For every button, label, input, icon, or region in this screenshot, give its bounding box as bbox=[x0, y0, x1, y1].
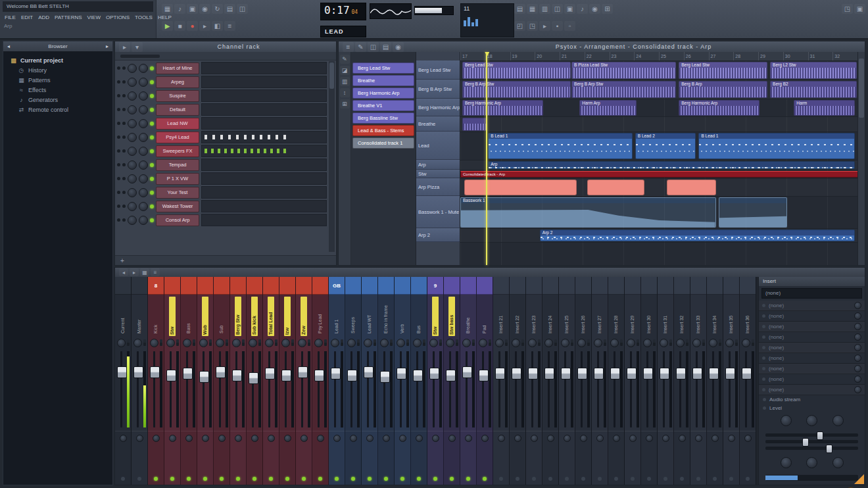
ruler-mark[interactable]: 32 bbox=[832, 52, 857, 61]
mixer-strip-insert-32[interactable]: Insert 32 bbox=[674, 277, 690, 485]
channel-led[interactable] bbox=[122, 66, 126, 70]
track-lane[interactable]: B Lead 1B Lead 2B Lead 1 bbox=[460, 132, 857, 160]
channel-button-heart-of-mine[interactable]: Heart of Mine bbox=[156, 62, 199, 74]
metronome-icon[interactable]: ▣ bbox=[187, 4, 198, 14]
channel-led[interactable] bbox=[117, 149, 120, 153]
slot-mix-knob[interactable] bbox=[854, 333, 861, 341]
ruler-mark[interactable]: 17 bbox=[460, 52, 485, 61]
channel-enable-light[interactable] bbox=[150, 80, 154, 84]
track-lane[interactable] bbox=[460, 179, 857, 197]
mixer-strip-insert-29[interactable]: Insert 29 bbox=[625, 277, 641, 485]
strip-fader[interactable] bbox=[230, 348, 246, 431]
mixer-strip-current[interactable]: Current bbox=[115, 277, 132, 485]
strip-stereo-knob[interactable] bbox=[564, 435, 571, 442]
channel-step-area[interactable] bbox=[201, 200, 327, 212]
strip-fader[interactable] bbox=[132, 348, 147, 431]
mixer-strip-insert-28[interactable]: Insert 28 bbox=[608, 277, 625, 485]
channel-enable-light[interactable] bbox=[150, 66, 154, 70]
clip-berg-b2[interactable]: Berg B2 bbox=[770, 81, 857, 98]
strip-enable-led[interactable] bbox=[663, 477, 667, 481]
strip-stereo-knob[interactable] bbox=[416, 435, 423, 442]
strip-stereo-knob[interactable] bbox=[646, 435, 653, 442]
strip-enable-led[interactable] bbox=[121, 477, 125, 481]
fader-cap[interactable] bbox=[528, 368, 538, 379]
pattern-selector[interactable]: LEAD bbox=[320, 26, 366, 37]
fader-cap[interactable] bbox=[479, 370, 489, 381]
mixer-strip-bass[interactable]: Bass bbox=[181, 277, 197, 485]
strip-stereo-knob[interactable] bbox=[350, 435, 357, 442]
paint-tool-icon[interactable]: ◫ bbox=[368, 42, 379, 52]
fader-cap[interactable] bbox=[594, 368, 604, 379]
fader-cap[interactable] bbox=[660, 368, 669, 379]
fader-cap[interactable] bbox=[512, 368, 521, 379]
mixer-strip-insert-25[interactable]: Insert 25 bbox=[559, 277, 575, 485]
fader-cap[interactable] bbox=[183, 368, 193, 379]
mixer-strip-insert-36[interactable]: Insert 36 bbox=[740, 277, 756, 485]
track-header-berg-lead-stw[interactable]: Berg Lead Stw bbox=[416, 61, 460, 80]
strip-stereo-knob[interactable] bbox=[251, 435, 258, 442]
slot-led[interactable] bbox=[762, 314, 765, 318]
ruler-mark[interactable]: 23 bbox=[610, 52, 635, 61]
strip-pan-knob[interactable] bbox=[298, 339, 306, 347]
strip-stereo-knob[interactable] bbox=[185, 435, 193, 442]
strip-fader[interactable] bbox=[658, 348, 673, 431]
clip-berg-harmonic-arp[interactable]: Berg Harmonic Arp bbox=[679, 100, 760, 116]
strip-fader[interactable] bbox=[740, 348, 756, 431]
channel-pan-knob[interactable] bbox=[128, 105, 137, 114]
clip-consolidated-track-arp[interactable]: Consolidated track - Arp bbox=[460, 171, 859, 178]
mixer-header[interactable]: ◂▸▦≡ bbox=[115, 268, 865, 277]
channel-led[interactable] bbox=[122, 177, 126, 180]
clip-berg-lead-stw[interactable]: Berg Lead Stw bbox=[462, 62, 571, 79]
strip-stereo-knob[interactable] bbox=[711, 435, 719, 442]
track-lane[interactable]: Arp bbox=[460, 160, 857, 170]
channel-volume-knob[interactable] bbox=[139, 64, 148, 73]
channel-step-area[interactable] bbox=[201, 172, 327, 185]
slot-led[interactable] bbox=[762, 335, 765, 339]
strip-pan-knob[interactable] bbox=[281, 339, 290, 347]
fader-cap[interactable] bbox=[709, 368, 719, 379]
strip-enable-led[interactable] bbox=[450, 477, 454, 481]
step-edit-icon[interactable]: ▤ bbox=[224, 4, 235, 14]
mixer-strip-sweeps[interactable]: Sweeps bbox=[345, 277, 362, 485]
ruler-mark[interactable]: 25 bbox=[659, 52, 684, 61]
strip-fader[interactable] bbox=[345, 348, 361, 431]
send-slider-1[interactable] bbox=[765, 433, 858, 437]
strip-pan-knob[interactable] bbox=[709, 339, 717, 347]
mixer-strip-insert-26[interactable]: Insert 26 bbox=[575, 277, 592, 485]
strip-enable-led[interactable] bbox=[417, 477, 421, 481]
strip-enable-led[interactable] bbox=[318, 477, 322, 481]
slot-mix-knob[interactable] bbox=[854, 386, 861, 393]
master-volume-slider[interactable] bbox=[414, 6, 454, 15]
strip-enable-led[interactable] bbox=[384, 477, 388, 481]
mixer-strip-insert-34[interactable]: Insert 34 bbox=[707, 277, 723, 485]
ruler-mark[interactable]: 19 bbox=[510, 52, 535, 61]
fx-slot-9[interactable]: (none) bbox=[759, 385, 865, 395]
strip-stereo-knob[interactable] bbox=[481, 435, 489, 442]
picker-item-breathe[interactable]: Breathe bbox=[352, 75, 414, 86]
channel-button-psy4-lead[interactable]: Psy4 Lead bbox=[156, 132, 199, 143]
scroll-thumb[interactable] bbox=[859, 59, 864, 118]
slot-led[interactable] bbox=[762, 388, 765, 391]
strip-pan-knob[interactable] bbox=[528, 339, 537, 347]
strip-stereo-knob[interactable] bbox=[235, 435, 242, 442]
strip-stereo-knob[interactable] bbox=[383, 435, 390, 442]
strip-enable-led[interactable] bbox=[203, 477, 207, 481]
loop-record-icon[interactable]: ↻ bbox=[212, 4, 223, 14]
tools-icon[interactable]: ▪ bbox=[552, 21, 563, 31]
slot-led[interactable] bbox=[762, 346, 765, 349]
clip-harm-arp[interactable]: Harm Arp bbox=[579, 100, 637, 116]
strip-enable-led[interactable] bbox=[647, 477, 651, 481]
clip-clip[interactable] bbox=[587, 180, 644, 195]
fader-cap[interactable] bbox=[462, 366, 472, 378]
strip-enable-led[interactable] bbox=[483, 477, 487, 481]
mixer-strip-insert-21[interactable]: Insert 21 bbox=[493, 277, 510, 485]
fader-cap[interactable] bbox=[150, 366, 160, 378]
open-plugin-picker-button[interactable]: ♪ bbox=[577, 4, 588, 14]
strip-enable-led[interactable] bbox=[746, 477, 750, 481]
channel-pan-knob[interactable] bbox=[128, 91, 137, 101]
channel-step-area[interactable] bbox=[201, 214, 327, 226]
channel-led[interactable] bbox=[117, 205, 120, 208]
strip-stereo-knob[interactable] bbox=[531, 435, 538, 442]
strip-fader[interactable] bbox=[526, 348, 542, 431]
undo-icon[interactable]: ◰ bbox=[514, 21, 525, 31]
